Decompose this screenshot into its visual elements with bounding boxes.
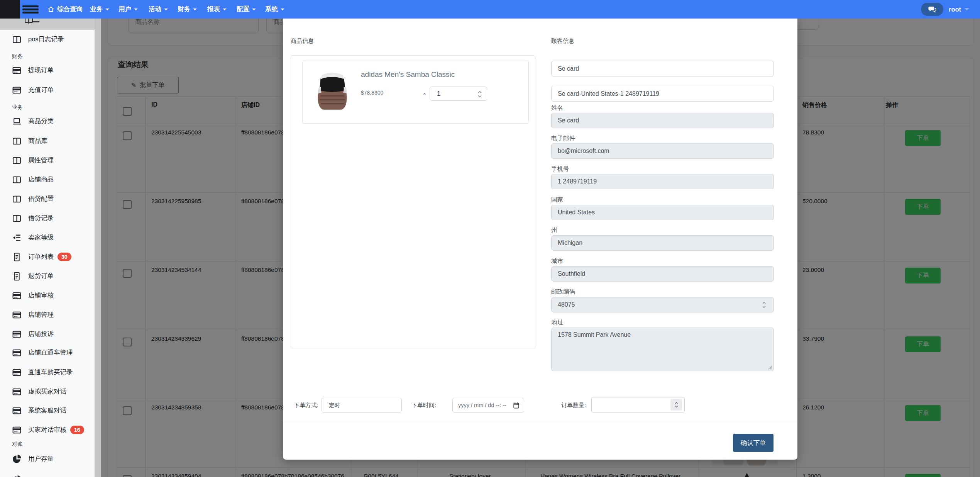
order-quantity-input[interactable] [591, 397, 685, 412]
clipped-text-fragment [32, 21, 39, 22]
sidebar-item-virtual-buyer-chat[interactable]: 虚拟买家对话 [0, 382, 95, 401]
credit-card-icon [12, 329, 22, 339]
sidebar-item-withdraw-orders[interactable]: 提现订单 [0, 61, 95, 80]
pie-chart-icon [12, 454, 22, 464]
order-quantity-label: 订单数量: [561, 402, 586, 409]
spinner-icon[interactable] [670, 399, 682, 411]
product-price: $78.8300 [361, 90, 383, 96]
sidebar-item-attribute-mgmt[interactable]: 属性管理 [0, 151, 95, 170]
credit-card-icon [12, 291, 22, 300]
sidebar-item-seller-level[interactable]: 卖家等级 [0, 228, 95, 247]
nav-item-finance[interactable]: 财务 [178, 0, 197, 19]
city-field: Southfield [551, 266, 774, 282]
credit-card-icon [12, 425, 22, 435]
nav-item-business[interactable]: 业务 [90, 0, 109, 19]
address-textarea[interactable]: 1578 Summit Park Avenue [551, 328, 774, 371]
calendar-icon[interactable] [513, 402, 520, 409]
sidebar-item-order-list[interactable]: 订单列表 30 [0, 247, 95, 267]
nav-item-users[interactable]: 用户 [118, 0, 138, 19]
sidebar-item-return-orders[interactable]: 退货订单 [0, 267, 95, 286]
sidebar-item-shop-products[interactable]: 店铺商品 [0, 170, 95, 189]
quantity-input[interactable]: 1 [430, 87, 487, 101]
address-label: 地址 [551, 319, 563, 327]
chat-icon [928, 5, 936, 14]
top-navbar: 综合查询 业务 用户 活动 财务 报表 配置 系统 root [0, 0, 980, 19]
nav-item-config[interactable]: 配置 [237, 0, 256, 19]
city-label: 城市 [551, 257, 563, 265]
sidebar-item-through-train-mgmt[interactable]: 店铺直通车管理 [0, 343, 95, 362]
phone-field: 1 2489719119 [551, 174, 774, 189]
order-time-input[interactable]: yyyy / mm / dd --: -- [452, 398, 524, 412]
state-field: Michigan [551, 235, 774, 251]
sidebar-item-shop-mgmt[interactable]: 店铺管理 [0, 305, 95, 324]
nav-item-system[interactable]: 系统 [265, 0, 284, 19]
nav-item-composite-query[interactable]: 综合查询 [47, 0, 83, 19]
customer-card-input[interactable]: Se card [551, 61, 774, 76]
sidebar-item-loan-records[interactable]: 借贷记录 [0, 209, 95, 228]
sidebar-item-partial-bottom[interactable] [0, 470, 95, 477]
sidebar-item-shop-review[interactable]: 店铺审核 [0, 286, 95, 305]
chevron-down-icon [965, 8, 969, 10]
sidebar-scrollbar[interactable] [95, 18, 101, 477]
sidebar-item-loan-config[interactable]: 借贷配置 [0, 189, 95, 209]
credit-card-icon [12, 66, 22, 75]
credit-card-icon [12, 310, 22, 320]
credit-card-icon [12, 85, 22, 95]
product-image [309, 68, 356, 115]
file-invoice-icon [12, 252, 22, 262]
sidebar-item-pos-log[interactable]: pos日志记录 [0, 30, 95, 49]
columns-icon [12, 194, 22, 204]
sidebar-item-shop-complaints[interactable]: 店铺投诉 [0, 324, 95, 344]
phone-label: 手机号 [551, 165, 569, 173]
credit-card-icon [12, 348, 22, 358]
name-field: Se card [551, 113, 774, 128]
sidebar-item-system-service-chat[interactable]: 系统客服对话 [0, 401, 95, 420]
credit-card-icon [12, 387, 22, 397]
sidebar: pos日志记录 财务 提现订单 充值订单 业务 商品分类 商品库 属性管理 店铺… [0, 18, 95, 477]
username-label: root [949, 6, 961, 13]
chat-review-badge: 16 [70, 426, 84, 434]
spinner-icon[interactable] [761, 300, 768, 310]
zip-field: 48075 [551, 297, 774, 312]
nav-item-activities[interactable]: 活动 [149, 0, 168, 19]
customer-summary-input[interactable]: Se card-United States-1 2489719119 [551, 86, 774, 102]
nav-item-reports[interactable]: 报表 [207, 0, 227, 19]
sidebar-item-buyer-chat-review[interactable]: 买家对话审核 16 [0, 420, 95, 440]
order-method-label: 下单方式: [294, 402, 318, 409]
email-field: bo@microsoft.com [551, 143, 774, 159]
screen: 商品名称 商品名称 查询结果 ✎批量下单 ID 店铺ID 销售价格 操作 [0, 0, 980, 477]
zip-label: 邮政编码 [551, 288, 575, 296]
spinner-icon[interactable] [477, 90, 484, 99]
sidebar-section-reconciliation: 对账 [12, 441, 23, 448]
sidebar-item-through-train-purchases[interactable]: 直通车购买记录 [0, 363, 95, 382]
user-menu[interactable]: root [949, 0, 969, 19]
credit-card-icon [12, 368, 22, 377]
resize-handle-icon[interactable] [768, 365, 772, 370]
country-field: United States [551, 205, 774, 220]
sidebar-item-partial-top[interactable] [0, 18, 95, 30]
sidebar-item-recharge-orders[interactable]: 充值订单 [0, 80, 95, 100]
outdent-icon [12, 233, 22, 243]
file-invoice-icon [12, 272, 22, 281]
columns-icon [12, 136, 22, 146]
name-label: 姓名 [551, 104, 563, 112]
customer-section-title: 顾客信息 [551, 37, 574, 45]
product-section-title: 商品信息 [291, 37, 314, 45]
order-method-select[interactable]: 定时 [322, 398, 402, 412]
chevron-down-icon [134, 8, 138, 10]
sidebar-item-user-retention[interactable]: 用户存量 [0, 449, 95, 469]
chat-button[interactable] [921, 3, 943, 16]
state-label: 州 [551, 226, 557, 234]
confirm-order-button[interactable]: 确认下单 [733, 434, 774, 452]
chevron-down-icon [281, 8, 284, 10]
order-time-label: 下单时间: [411, 402, 436, 409]
sidebar-item-product-library[interactable]: 商品库 [0, 131, 95, 151]
columns-icon [12, 214, 22, 223]
order-count-badge: 30 [58, 253, 71, 261]
sidebar-item-product-category[interactable]: 商品分类 [0, 112, 95, 131]
footer-divider [283, 423, 797, 423]
sidebar-section-business: 业务 [12, 104, 23, 111]
home-icon [47, 6, 54, 13]
chevron-down-icon [105, 8, 109, 10]
navbar-brand-block [0, 0, 20, 19]
